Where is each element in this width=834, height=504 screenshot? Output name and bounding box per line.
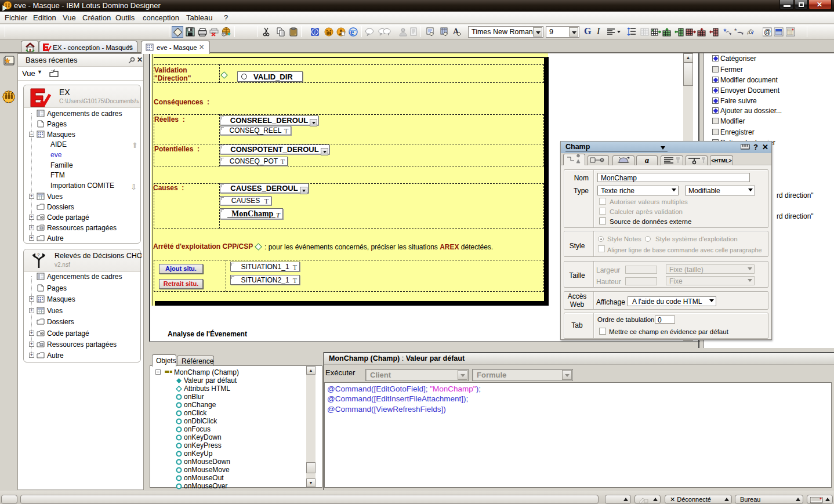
svg-text:...: ...	[38, 354, 42, 358]
svg-text:e: e	[350, 28, 354, 37]
svg-text:?: ?	[37, 252, 40, 258]
svg-text:...: ...	[38, 237, 42, 241]
svg-text:*: *	[734, 27, 737, 34]
svg-text:@: @	[764, 28, 771, 36]
